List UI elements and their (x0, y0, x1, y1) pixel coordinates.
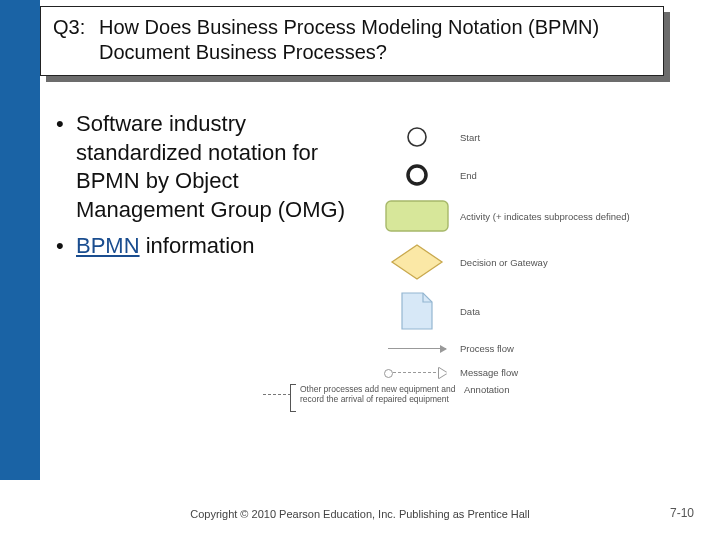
legend-row-activity: Activity (+ indicates subprocess defined… (378, 194, 696, 238)
legend-row-start: Start (378, 118, 696, 156)
legend-label-start: Start (456, 132, 696, 143)
svg-rect-2 (386, 201, 448, 231)
title-text: How Does Business Process Modeling Notat… (99, 15, 639, 65)
process-flow-icon (378, 348, 456, 349)
svg-point-0 (408, 128, 426, 146)
legend-row-annotation: Other processes add new equipment and re… (320, 384, 696, 420)
bullet-2-rest: information (140, 233, 255, 258)
data-icon (378, 290, 456, 332)
legend-label-message-flow: Message flow (456, 367, 696, 378)
legend-row-data: Data (378, 286, 696, 336)
legend-label-end: End (456, 170, 696, 181)
legend-row-process-flow: Process flow (378, 336, 696, 360)
message-flow-icon (378, 372, 456, 373)
bullet-2: BPMN information (56, 232, 366, 261)
start-icon (378, 126, 456, 148)
legend-label-activity: Activity (+ indicates subprocess defined… (456, 211, 696, 222)
legend-label-decision: Decision or Gateway (456, 257, 696, 268)
annotation-icon: Other processes add new equipment and re… (320, 384, 456, 412)
end-icon (378, 164, 456, 186)
title-prefix: Q3: (53, 15, 99, 40)
legend-label-annotation: Annotation (456, 384, 696, 395)
bpmn-link[interactable]: BPMN (76, 233, 140, 258)
body-content: Software industry standardized notation … (56, 110, 366, 269)
legend-row-end: End (378, 156, 696, 194)
slide-title: Q3:How Does Business Process Modeling No… (40, 6, 664, 76)
svg-marker-4 (402, 293, 432, 329)
page-number: 7-10 (670, 506, 694, 520)
legend-label-process-flow: Process flow (456, 343, 696, 354)
legend-row-decision: Decision or Gateway (378, 238, 696, 286)
svg-point-1 (408, 166, 426, 184)
copyright-footer: Copyright © 2010 Pearson Education, Inc.… (0, 508, 720, 520)
bpmn-legend: Start End Activity (+ indicates subproce… (378, 118, 696, 420)
svg-marker-3 (392, 245, 442, 279)
legend-row-message-flow: Message flow (378, 360, 696, 384)
bullet-1: Software industry standardized notation … (56, 110, 366, 224)
activity-icon (378, 199, 456, 233)
legend-label-data: Data (456, 306, 696, 317)
slide-sidebar (0, 0, 40, 480)
decision-icon (378, 242, 456, 282)
annotation-sample-text: Other processes add new equipment and re… (296, 384, 456, 404)
